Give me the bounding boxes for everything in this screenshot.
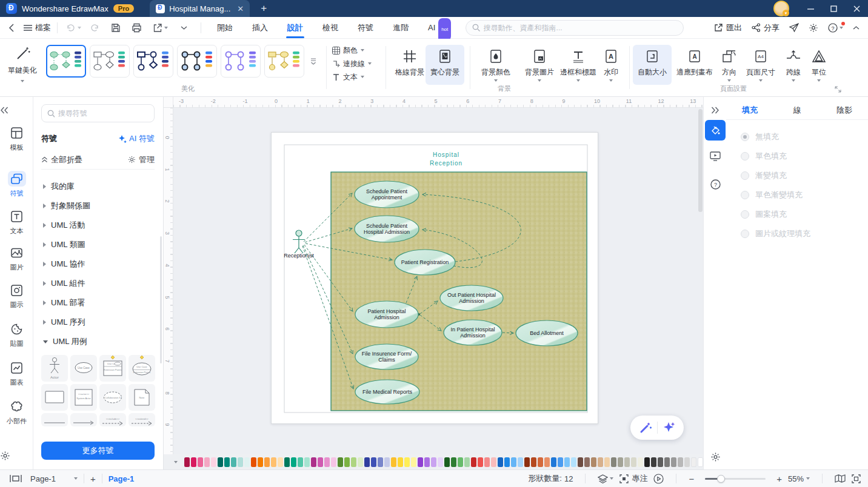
gallery-more-button[interactable] bbox=[308, 45, 319, 78]
search-input[interactable] bbox=[484, 24, 678, 32]
palette-swatch[interactable] bbox=[564, 457, 570, 467]
symbol-system-actor[interactable]: <<actor>>System Actor bbox=[70, 384, 97, 411]
symbol-include-arrow[interactable]: <<include>> bbox=[99, 413, 126, 426]
global-search[interactable] bbox=[466, 20, 684, 36]
panel-scrollbar[interactable] bbox=[160, 236, 162, 363]
palette-swatch[interactable] bbox=[444, 457, 450, 467]
file-menu-button[interactable]: 檔案 bbox=[24, 22, 51, 33]
style-thumb-2[interactable] bbox=[90, 45, 130, 78]
grid-background-button[interactable]: 格線背景 bbox=[390, 45, 429, 85]
connector-menu[interactable]: 連接線 bbox=[332, 58, 372, 69]
palette-swatch[interactable] bbox=[451, 457, 456, 467]
category-uml-class[interactable]: UML 類圖 bbox=[33, 235, 163, 254]
style-thumb-5[interactable] bbox=[221, 45, 261, 78]
palette-swatch[interactable] bbox=[324, 457, 330, 467]
settings-gear-icon[interactable] bbox=[809, 23, 818, 33]
palette-swatch[interactable] bbox=[571, 457, 576, 467]
focus-button[interactable]: 專注 bbox=[619, 473, 647, 484]
palette-swatch[interactable] bbox=[611, 457, 616, 467]
menu-ai[interactable]: AIhot bbox=[426, 17, 438, 38]
option-gradient-fill[interactable]: 漸變填充 bbox=[741, 166, 862, 185]
palette-swatch[interactable] bbox=[404, 457, 410, 467]
palette-swatch[interactable] bbox=[338, 457, 343, 467]
palette-swatch[interactable] bbox=[271, 457, 276, 467]
layers-button[interactable] bbox=[598, 474, 613, 483]
symbol-extend-arrow[interactable]: <<extend>> bbox=[129, 413, 155, 426]
category-uml-use-case[interactable]: UML 用例 bbox=[33, 332, 163, 351]
add-page-button[interactable]: + bbox=[90, 474, 96, 484]
help-button[interactable]: ? bbox=[828, 23, 843, 33]
solid-background-button[interactable]: 實心背景 bbox=[426, 45, 464, 85]
palette-swatch[interactable] bbox=[198, 457, 203, 467]
drawing-page[interactable]: Hospital Reception Receptionist Schedule… bbox=[271, 132, 598, 424]
manage-button[interactable]: 管理 bbox=[128, 154, 155, 165]
option-texture-fill[interactable]: 圖片或紋理填充 bbox=[741, 224, 862, 244]
palette-swatch[interactable] bbox=[244, 457, 250, 467]
background-color-button[interactable]: 背景顏色 bbox=[476, 45, 515, 85]
color-menu[interactable]: 顏色 bbox=[332, 45, 372, 56]
radio-icon[interactable] bbox=[741, 210, 749, 219]
palette-swatch[interactable] bbox=[304, 457, 310, 467]
symbol-actor[interactable]: Actor bbox=[41, 355, 68, 382]
export-button[interactable]: 匯出 bbox=[714, 22, 742, 33]
palette-swatch[interactable] bbox=[431, 457, 436, 467]
one-click-beautify-button[interactable]: 單鍵美化 bbox=[4, 46, 41, 84]
unit-button[interactable]: 單位 bbox=[806, 45, 832, 85]
maximize-button[interactable] bbox=[822, 0, 845, 17]
left-rail-settings-icon[interactable] bbox=[0, 451, 33, 461]
palette-swatch[interactable] bbox=[398, 457, 403, 467]
palette-swatch[interactable] bbox=[238, 457, 243, 467]
help-panel-icon[interactable]: ? bbox=[704, 179, 727, 190]
palette-swatch[interactable] bbox=[684, 457, 690, 467]
fill-style-tool[interactable] bbox=[705, 120, 726, 141]
palette-swatch[interactable] bbox=[691, 457, 696, 467]
menu-start[interactable]: 開始 bbox=[215, 17, 235, 38]
tab-line[interactable]: 線 bbox=[773, 103, 821, 119]
category-uml-collaboration[interactable]: UML 協作 bbox=[33, 254, 163, 274]
palette-swatch[interactable] bbox=[411, 457, 416, 467]
palette-swatch[interactable] bbox=[218, 457, 223, 467]
palette-swatch[interactable] bbox=[511, 457, 516, 467]
collapse-all-button[interactable]: 全部折疊 bbox=[41, 154, 82, 165]
canvas-vertical-scrollbar[interactable] bbox=[698, 109, 703, 212]
sidebar-item-charts[interactable]: 圖表 bbox=[0, 360, 33, 387]
palette-swatch[interactable] bbox=[624, 457, 630, 467]
text-menu[interactable]: 文本 bbox=[332, 71, 372, 82]
palette-swatch[interactable] bbox=[458, 457, 463, 467]
presentation-mode-icon[interactable] bbox=[10, 474, 22, 483]
back-button[interactable] bbox=[8, 24, 14, 32]
canvas-viewport[interactable]: Hospital Reception Receptionist Schedule… bbox=[173, 108, 703, 454]
palette-swatch[interactable] bbox=[644, 457, 650, 467]
print-button[interactable] bbox=[132, 23, 142, 33]
palette-swatch[interactable] bbox=[371, 457, 376, 467]
new-tab-button[interactable]: + bbox=[261, 2, 267, 15]
style-thumb-4[interactable] bbox=[177, 45, 217, 78]
border-title-button[interactable]: 邊框和標題 bbox=[555, 45, 602, 85]
option-pattern-fill[interactable]: 圖案填充 bbox=[741, 205, 862, 224]
pan-map-button[interactable] bbox=[835, 474, 846, 483]
palette-swatch[interactable] bbox=[664, 457, 670, 467]
menu-symbols[interactable]: 符號 bbox=[355, 17, 376, 38]
palette-swatch[interactable] bbox=[524, 457, 530, 467]
style-thumb-3[interactable] bbox=[133, 45, 173, 78]
actor-label[interactable]: Receptionist bbox=[284, 253, 314, 259]
ai-sparkle-icon[interactable] bbox=[663, 421, 676, 434]
category-uml-component[interactable]: UML 組件 bbox=[33, 274, 163, 293]
option-mono-gradient-fill[interactable]: 單色漸變填充 bbox=[741, 185, 862, 205]
more-tools-chevron-icon[interactable] bbox=[181, 26, 187, 30]
background-image-button[interactable]: 背景圖片 bbox=[520, 45, 559, 85]
undo-button[interactable] bbox=[66, 24, 81, 32]
symbol-use-case-rect[interactable]: Use CaseExtension Points bbox=[99, 355, 126, 382]
palette-swatch[interactable] bbox=[504, 457, 510, 467]
zoom-out-button[interactable]: − bbox=[689, 474, 694, 484]
radio-icon[interactable] bbox=[741, 171, 749, 180]
menu-advanced[interactable]: 進階 bbox=[390, 17, 411, 38]
category-uml-activity[interactable]: UML 活動 bbox=[33, 216, 163, 235]
option-no-fill[interactable]: 無填充 bbox=[741, 127, 862, 147]
palette-swatch[interactable] bbox=[351, 457, 356, 467]
symbol-directed-line[interactable] bbox=[70, 413, 97, 426]
auto-size-button[interactable]: 自動大小 bbox=[633, 45, 672, 85]
palette-swatch[interactable] bbox=[544, 457, 550, 467]
palette-swatch[interactable] bbox=[364, 457, 370, 467]
palette-swatch[interactable] bbox=[224, 457, 230, 467]
